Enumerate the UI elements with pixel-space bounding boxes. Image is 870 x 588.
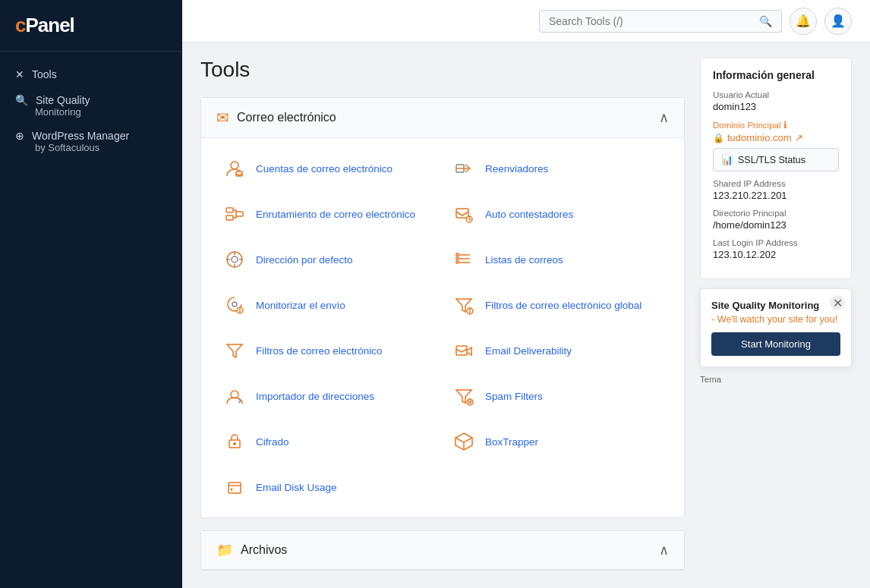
chart-icon: 📊 [721, 154, 733, 165]
tool-autocontestadores-icon [450, 200, 478, 228]
tool-direccion-icon [221, 246, 248, 273]
tool-deliverability-icon [450, 337, 478, 364]
tool-importador-icon [221, 382, 248, 410]
shared-ip-row: Shared IP Address 123.210.221.201 [713, 179, 839, 201]
bell-icon: 🔔 [796, 14, 811, 28]
header: 🔍 🔔 👤 [182, 0, 870, 42]
user-menu-button[interactable]: 👤 [824, 8, 852, 35]
tool-cifrado[interactable]: Cifrado [213, 419, 443, 464]
tool-cuentas-correo[interactable]: Cuentas de correo electrónico [213, 146, 443, 191]
search-input[interactable] [549, 15, 753, 27]
svg-point-32 [231, 489, 233, 491]
tool-monitorizar-icon [221, 291, 248, 319]
usuario-value: domin123 [713, 101, 839, 112]
tool-disk-usage[interactable]: Email Disk Usage [213, 464, 443, 510]
sidebar-item-tools[interactable]: ✕ Tools [0, 61, 182, 88]
tool-boxtrapper-label: BoxTrapper [485, 436, 538, 448]
logo-area: cPanel [0, 0, 182, 52]
sqm-start-monitoring-button[interactable]: Start Monitoring [711, 332, 840, 356]
tool-listas-icon [450, 246, 478, 273]
section-correo-header: ✉ Correo electrónico ∧ [201, 98, 684, 138]
sidebar-tools-label: Tools [32, 68, 57, 80]
sidebar-wordpress-sub: by Softaculous [15, 142, 167, 153]
sidebar-item-site-quality[interactable]: 🔍 Site Quality Monitoring [0, 88, 182, 124]
external-link-icon: ↗ [795, 132, 803, 143]
tool-enrutamiento[interactable]: Enrutamiento de correo electrónico [213, 191, 443, 237]
svg-rect-3 [226, 208, 233, 212]
search-bar[interactable]: 🔍 [539, 10, 782, 33]
tool-monitorizar-label: Monitorizar el envío [256, 300, 345, 311]
sidebar-site-quality-sub: Monitoring [15, 106, 167, 118]
tool-filtros-global-label: Filtros de correo electrónico global [485, 300, 641, 311]
tool-importador[interactable]: Importador de direcciones [213, 373, 443, 419]
tool-filtros-email-label: Filtros de correo electrónico [256, 345, 383, 357]
tool-monitorizar[interactable]: Monitorizar el envío [213, 282, 443, 328]
info-card-title: Información general [713, 69, 839, 81]
section-archivos-header: 📁 Archivos ∧ [201, 531, 684, 570]
left-panel: Tools ✉ Correo electrónico ∧ [200, 58, 685, 573]
tool-filtros-global-icon [450, 291, 478, 319]
svg-point-19 [240, 311, 241, 312]
section-archivos-collapse[interactable]: ∧ [659, 542, 669, 558]
svg-rect-14 [456, 257, 459, 259]
section-correo-body: Cuentas de correo electrónico Reenviador… [201, 138, 684, 517]
tema-row: Tema [700, 375, 852, 384]
usuario-label: Usuario Actual [713, 90, 839, 99]
shared-ip-label: Shared IP Address [713, 179, 839, 188]
last-login-label: Last Login IP Address [713, 238, 839, 247]
nav-items: ✕ Tools 🔍 Site Quality Monitoring ⊕ Word… [0, 52, 182, 168]
tools-icon: ✕ [15, 68, 24, 80]
svg-rect-5 [236, 212, 243, 216]
tool-enrutamiento-label: Enrutamiento de correo electrónico [256, 209, 415, 220]
sqm-popup: ✕ Site Quality Monitoring - We'll watch … [700, 288, 852, 367]
sqm-popup-title: Site Quality Monitoring [711, 300, 824, 311]
directorio-row: Directorio Principal /home/domin123 [713, 209, 839, 231]
tool-cifrado-icon [221, 428, 248, 455]
tool-reenviadores[interactable]: Reenviadores [443, 146, 672, 191]
tool-autocontestadores[interactable]: Auto contestadores [443, 191, 672, 237]
tool-cuentas-correo-label: Cuentas de correo electrónico [256, 163, 392, 175]
tool-spam-filters[interactable]: Spam Filters [443, 373, 672, 419]
section-archivos-title-area: 📁 Archivos [216, 542, 287, 558]
section-archivos: 📁 Archivos ∧ [200, 530, 685, 571]
svg-rect-4 [226, 215, 233, 220]
tool-importador-label: Importador de direcciones [256, 391, 374, 402]
sidebar: cPanel ✕ Tools 🔍 Site Quality Monitoring… [0, 0, 182, 588]
tool-filtros-global[interactable]: Filtros de correo electrónico global [443, 282, 672, 328]
sqm-popup-close-button[interactable]: ✕ [830, 295, 845, 310]
tool-boxtrapper[interactable]: BoxTrapper [443, 419, 672, 464]
directorio-value: /home/domin123 [713, 219, 839, 231]
cpanel-logo[interactable]: cPanel [15, 14, 167, 37]
sidebar-item-wordpress[interactable]: ⊕ WordPress Manager by Softaculous [0, 124, 182, 159]
ssl-tls-button[interactable]: 📊 SSL/TLS Status [713, 148, 839, 171]
email-envelope-icon: ✉ [216, 108, 229, 127]
sidebar-wordpress-label: WordPress Manager [32, 130, 129, 142]
search-icon[interactable]: 🔍 [759, 15, 772, 27]
tool-deliverability[interactable]: Email Deliverability [443, 328, 672, 373]
tool-cifrado-label: Cifrado [256, 436, 289, 448]
page-title: Tools [200, 58, 685, 82]
section-archivos-title: Archivos [241, 543, 287, 557]
tool-listas-label: Listas de correos [485, 254, 563, 266]
tool-spam-filters-label: Spam Filters [485, 391, 543, 402]
tool-autocontestadores-label: Auto contestadores [485, 209, 573, 220]
tool-listas-correos[interactable]: Listas de correos [443, 237, 672, 282]
info-card: Información general Usuario Actual domin… [700, 58, 852, 279]
tool-reenviadores-icon [450, 155, 478, 182]
info-icon: ℹ [783, 120, 787, 130]
content-area: Tools ✉ Correo electrónico ∧ [182, 42, 870, 588]
cpanel-logo-text: cPanel [15, 14, 74, 37]
section-correo: ✉ Correo electrónico ∧ [200, 97, 685, 518]
last-login-row: Last Login IP Address 123.10.12.202 [713, 238, 839, 260]
tool-boxtrapper-icon [450, 428, 478, 455]
dominio-link[interactable]: tudominio.com ↗ [727, 132, 803, 143]
tool-direccion-defecto[interactable]: Dirección por defecto [213, 237, 443, 282]
notifications-button[interactable]: 🔔 [790, 8, 817, 35]
tool-spam-filters-icon [450, 382, 478, 410]
svg-point-0 [231, 162, 238, 169]
section-correo-collapse[interactable]: ∧ [659, 109, 669, 126]
tool-filtros-email[interactable]: Filtros de correo electrónico [213, 328, 443, 373]
svg-rect-15 [456, 261, 459, 263]
dominio-label: Dominio Principal ℹ [713, 120, 839, 130]
shared-ip-value: 123.210.221.201 [713, 190, 839, 201]
